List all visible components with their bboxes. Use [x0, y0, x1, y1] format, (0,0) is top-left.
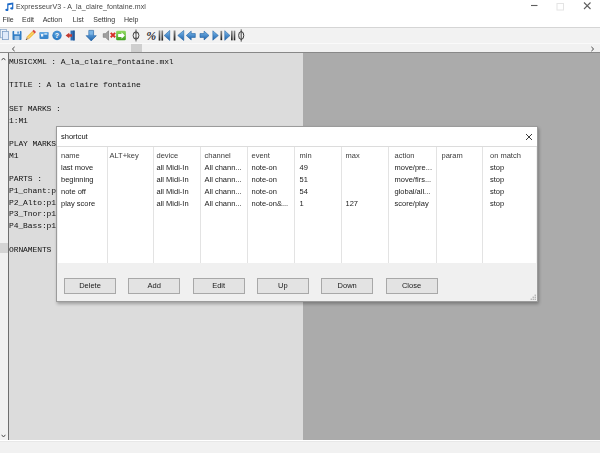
svg-text:?: ? — [55, 32, 59, 39]
svg-text:%: % — [146, 29, 156, 43]
